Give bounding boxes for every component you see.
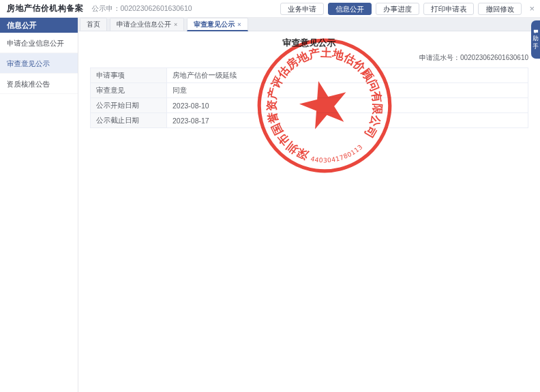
row-label-application-item: 申请事项 — [91, 68, 167, 83]
sidebar-item-qualification-notice[interactable]: 资质核准公告 — [0, 74, 78, 94]
row-label-end-date: 公示截止日期 — [91, 113, 167, 128]
application-serial-value: 002023062601630610 — [460, 54, 528, 61]
row-value-start-date: 2023-08-10 — [167, 98, 528, 113]
row-value-end-date: 2023-08-17 — [167, 113, 528, 128]
table-row: 公示开始日期 2023-08-10 — [91, 98, 528, 113]
assistant-label-2: 手 — [532, 44, 539, 50]
notice-serial-label: 公示申： — [92, 4, 121, 12]
content-area: 审查意见公示 申请流水号：002023062601630610 申请事项 房地产… — [78, 31, 540, 392]
assistant-label-1: 助 — [532, 35, 539, 42]
main-panel: 首页 申请企业信息公开 × 审查意见公示 × 审查意见公示 申请流水号：0020… — [78, 18, 540, 392]
window-close-icon[interactable]: × — [529, 4, 535, 13]
tab-review-opinion-label: 审查意见公示 — [194, 20, 235, 29]
row-value-application-item: 房地产估价一级延续 — [167, 68, 528, 83]
tab-home[interactable]: 首页 — [80, 18, 107, 31]
sidebar-section-header: 信息公开 — [0, 18, 78, 33]
table-row: 审查意见 同意 — [91, 83, 528, 98]
top-bar: 房地产估价机构备案 公示申：002023062601630610 业务申请 信息… — [0, 0, 540, 18]
assistant-float-button[interactable]: 助 手 — [531, 20, 540, 59]
tab-review-opinion[interactable]: 审查意见公示 × — [187, 18, 247, 31]
chat-bubble-icon — [533, 29, 539, 34]
application-serial-label: 申请流水号： — [419, 54, 460, 61]
app-title: 房地产估价机构备案 — [7, 3, 84, 14]
info-disclosure-button[interactable]: 信息公开 — [328, 3, 372, 15]
tab-enterprise-info-label: 申请企业信息公开 — [117, 20, 171, 29]
notice-serial-value: 002023062601630610 — [121, 4, 192, 12]
row-label-start-date: 公示开始日期 — [91, 98, 167, 113]
business-apply-button[interactable]: 业务申请 — [280, 3, 324, 15]
close-tab-icon[interactable]: × — [237, 21, 241, 28]
page-title: 审查意见公示 — [78, 37, 540, 49]
withdraw-edit-button[interactable]: 撤回修改 — [478, 3, 522, 15]
sidebar: 信息公开 申请企业信息公开 审查意见公示 资质核准公告 — [0, 18, 78, 392]
notice-serial: 公示申：002023062601630610 — [92, 4, 192, 14]
application-serial: 申请流水号：002023062601630610 — [78, 53, 540, 63]
row-label-review-opinion: 审查意见 — [91, 83, 167, 98]
main-layout: 信息公开 申请企业信息公开 审查意见公示 资质核准公告 首页 申请企业信息公开 … — [0, 18, 540, 392]
sidebar-item-review-opinion[interactable]: 审查意见公示 — [0, 53, 78, 74]
tab-home-label: 首页 — [87, 20, 100, 29]
review-info-table: 申请事项 房地产估价一级延续 审查意见 同意 公示开始日期 2023-08-10… — [90, 67, 528, 128]
sidebar-item-enterprise-info[interactable]: 申请企业信息公开 — [0, 33, 78, 53]
table-row: 申请事项 房地产估价一级延续 — [91, 68, 528, 83]
top-bar-actions: 业务申请 信息公开 办事进度 打印申请表 撤回修改 × — [280, 3, 535, 15]
print-application-button[interactable]: 打印申请表 — [423, 3, 475, 15]
table-row: 公示截止日期 2023-08-17 — [91, 113, 528, 128]
tab-strip: 首页 申请企业信息公开 × 审查意见公示 × — [78, 18, 540, 31]
row-value-review-opinion: 同意 — [167, 83, 528, 98]
close-tab-icon[interactable]: × — [174, 21, 177, 28]
tab-enterprise-info[interactable]: 申请企业信息公开 × — [110, 18, 184, 31]
progress-button[interactable]: 办事进度 — [376, 3, 419, 15]
